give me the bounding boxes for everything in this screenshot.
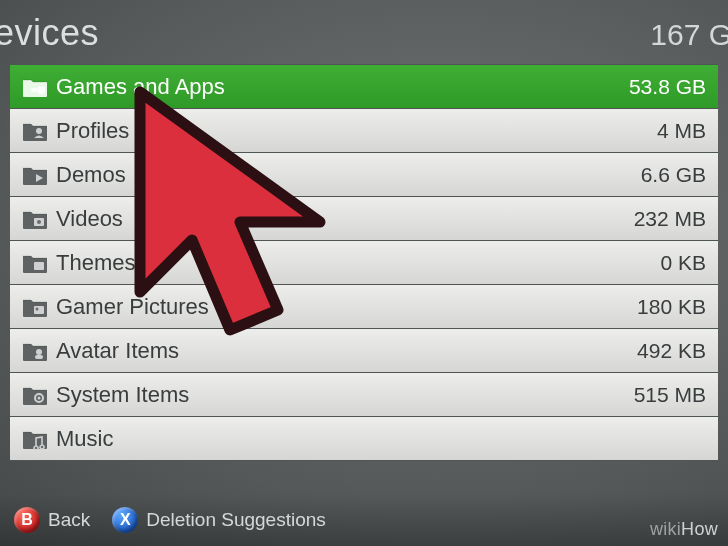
videos-icon <box>18 208 52 230</box>
storage-row-size: 4 MB <box>657 119 706 143</box>
storage-row-label: Profiles <box>52 118 657 144</box>
back-button[interactable]: B Back <box>14 507 90 533</box>
svg-rect-1 <box>31 88 37 92</box>
page-title: evices <box>0 12 99 54</box>
storage-row-size: 180 KB <box>637 295 706 319</box>
storage-row-size: 53.8 GB <box>629 75 706 99</box>
back-label: Back <box>48 509 90 531</box>
storage-row-size: 492 KB <box>637 339 706 363</box>
themes-icon <box>18 252 52 274</box>
gamer-pictures-icon <box>18 296 52 318</box>
storage-row-label: Videos <box>52 206 634 232</box>
svg-point-0 <box>37 86 45 94</box>
storage-row-size: 0 KB <box>660 251 706 275</box>
storage-row[interactable]: Music <box>10 417 718 461</box>
deletion-suggestions-label: Deletion Suggestions <box>146 509 326 531</box>
svg-point-2 <box>36 128 42 134</box>
storage-row-label: Themes <box>52 250 660 276</box>
storage-row[interactable]: Videos232 MB <box>10 197 718 241</box>
footer-bar: B Back X Deletion Suggestions <box>0 494 728 546</box>
storage-row[interactable]: Themes0 KB <box>10 241 718 285</box>
profiles-icon <box>18 120 52 142</box>
storage-row-label: Avatar Items <box>52 338 637 364</box>
storage-row-label: System Items <box>52 382 634 408</box>
storage-row[interactable]: Profiles4 MB <box>10 109 718 153</box>
b-button-icon: B <box>14 507 40 533</box>
svg-point-4 <box>37 220 41 224</box>
storage-row-size: 515 MB <box>634 383 706 407</box>
storage-row[interactable]: System Items515 MB <box>10 373 718 417</box>
games-apps-icon <box>18 76 52 98</box>
music-icon <box>18 428 52 450</box>
storage-row[interactable]: Gamer Pictures180 KB <box>10 285 718 329</box>
total-size: 167 G <box>650 18 728 52</box>
demos-icon <box>18 164 52 186</box>
svg-point-11 <box>38 396 41 399</box>
svg-point-7 <box>36 307 39 310</box>
storage-row-label: Gamer Pictures <box>52 294 637 320</box>
storage-row[interactable]: Avatar Items492 KB <box>10 329 718 373</box>
deletion-suggestions-button[interactable]: X Deletion Suggestions <box>112 507 326 533</box>
svg-rect-5 <box>34 262 44 270</box>
storage-row-size: 6.6 GB <box>641 163 706 187</box>
storage-category-list: Games and Apps53.8 GBProfiles4 MBDemos6.… <box>10 64 718 461</box>
svg-point-8 <box>36 349 42 355</box>
storage-row-label: Demos <box>52 162 641 188</box>
x-button-icon: X <box>112 507 138 533</box>
system-items-icon <box>18 384 52 406</box>
avatar-items-icon <box>18 340 52 362</box>
watermark: wikiHow <box>650 519 718 540</box>
header: evices 167 G <box>0 0 728 64</box>
storage-row[interactable]: Games and Apps53.8 GB <box>10 65 718 109</box>
svg-rect-9 <box>35 355 43 359</box>
svg-rect-6 <box>34 306 44 314</box>
storage-row-label: Music <box>52 426 706 452</box>
storage-row-size: 232 MB <box>634 207 706 231</box>
storage-row[interactable]: Demos6.6 GB <box>10 153 718 197</box>
storage-row-label: Games and Apps <box>52 74 629 100</box>
